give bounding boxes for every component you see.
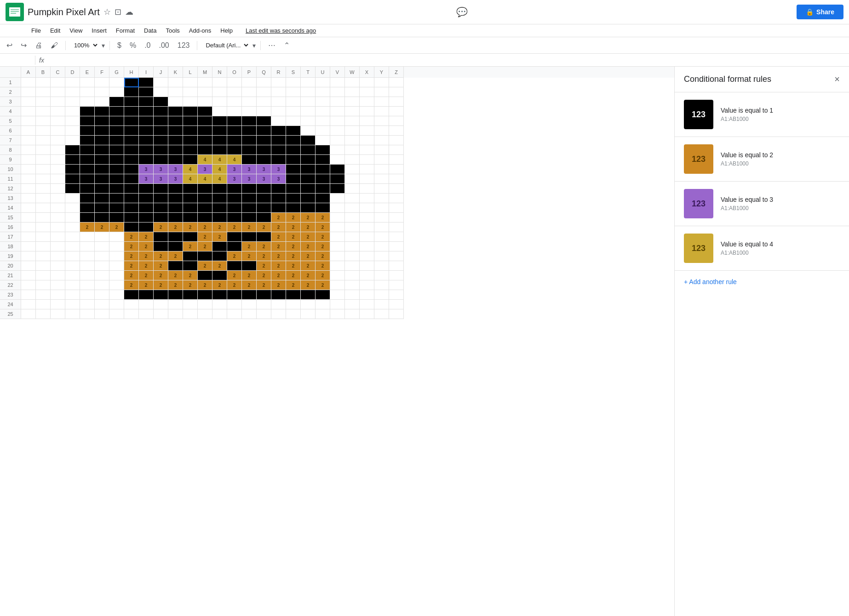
cell[interactable]	[80, 78, 95, 87]
cell[interactable]	[389, 290, 404, 300]
cell[interactable]	[51, 174, 65, 184]
cell[interactable]	[109, 232, 124, 242]
cell[interactable]	[374, 165, 389, 174]
cell[interactable]	[389, 309, 404, 319]
cell[interactable]	[360, 165, 374, 174]
cell[interactable]	[21, 203, 36, 213]
cell[interactable]	[227, 290, 242, 300]
cell[interactable]	[168, 300, 183, 309]
cell[interactable]	[257, 145, 271, 155]
cell[interactable]: 2	[227, 271, 242, 280]
cell[interactable]: 2	[271, 242, 286, 251]
cell-reference-input[interactable]	[4, 56, 31, 64]
redo-button[interactable]: ↪	[18, 39, 29, 51]
cell[interactable]	[389, 251, 404, 261]
cell[interactable]	[212, 78, 227, 87]
cell[interactable]	[389, 174, 404, 184]
cell[interactable]: 2	[124, 251, 139, 261]
cell[interactable]	[65, 184, 80, 194]
cell[interactable]: 2	[316, 213, 330, 222]
cell[interactable]	[360, 155, 374, 165]
cell[interactable]	[227, 203, 242, 213]
cell[interactable]	[36, 174, 51, 184]
col-G[interactable]: G	[109, 67, 124, 78]
cell[interactable]	[21, 271, 36, 280]
col-N[interactable]: N	[212, 67, 227, 78]
cell[interactable]	[271, 300, 286, 309]
cell[interactable]	[139, 116, 154, 126]
cell[interactable]	[65, 78, 80, 87]
cell[interactable]	[227, 213, 242, 222]
row-header-15[interactable]: 15	[0, 213, 21, 222]
cell[interactable]	[80, 232, 95, 242]
cell[interactable]	[51, 116, 65, 126]
cell[interactable]	[227, 309, 242, 319]
cell[interactable]: 3	[154, 174, 168, 184]
cell[interactable]	[109, 280, 124, 290]
cell[interactable]	[212, 300, 227, 309]
cell[interactable]	[65, 87, 80, 97]
cell[interactable]	[36, 87, 51, 97]
cell[interactable]	[212, 145, 227, 155]
cell[interactable]	[227, 194, 242, 203]
cell[interactable]	[271, 184, 286, 194]
menu-data[interactable]: Data	[140, 25, 160, 36]
cell[interactable]	[316, 126, 330, 136]
cell[interactable]	[95, 97, 109, 107]
cell[interactable]	[168, 309, 183, 319]
col-K[interactable]: K	[168, 67, 183, 78]
cell[interactable]	[330, 97, 345, 107]
cell[interactable]	[212, 203, 227, 213]
cell[interactable]	[198, 300, 212, 309]
col-F[interactable]: F	[95, 67, 109, 78]
row-header-1[interactable]: 1	[0, 78, 21, 87]
cell[interactable]	[183, 290, 198, 300]
cell[interactable]	[154, 194, 168, 203]
cell[interactable]	[227, 242, 242, 251]
paint-format-button[interactable]: 🖌	[48, 40, 61, 51]
cell[interactable]	[21, 97, 36, 107]
cell[interactable]: 2	[227, 280, 242, 290]
menu-insert[interactable]: Insert	[88, 25, 110, 36]
cell[interactable]	[286, 300, 301, 309]
cell[interactable]	[139, 194, 154, 203]
cell[interactable]: 2	[271, 251, 286, 261]
cell[interactable]: 2	[183, 280, 198, 290]
cell[interactable]: 2	[286, 232, 301, 242]
cell[interactable]	[51, 78, 65, 87]
cell[interactable]	[36, 203, 51, 213]
cell[interactable]	[36, 116, 51, 126]
cell[interactable]	[36, 155, 51, 165]
cell[interactable]	[95, 309, 109, 319]
cell[interactable]: 3	[242, 174, 257, 184]
cell[interactable]	[286, 165, 301, 174]
cell[interactable]: 3	[139, 165, 154, 174]
cell[interactable]: 2	[212, 261, 227, 271]
cell[interactable]	[198, 194, 212, 203]
comment-icon[interactable]: 💬	[456, 6, 468, 17]
cell[interactable]	[51, 271, 65, 280]
cell[interactable]	[374, 203, 389, 213]
cell[interactable]	[360, 174, 374, 184]
cell[interactable]	[345, 222, 360, 232]
cell[interactable]	[65, 116, 80, 126]
cell[interactable]	[65, 222, 80, 232]
cell[interactable]	[51, 126, 65, 136]
cell[interactable]	[316, 194, 330, 203]
cell[interactable]	[360, 145, 374, 155]
cell[interactable]	[389, 184, 404, 194]
more-toolbar-button[interactable]: ⋯	[265, 39, 278, 51]
cell[interactable]	[154, 136, 168, 145]
cell[interactable]	[154, 116, 168, 126]
percent-button[interactable]: %	[127, 40, 139, 51]
cell[interactable]	[360, 87, 374, 97]
cell[interactable]	[183, 309, 198, 319]
cell[interactable]: 2	[242, 222, 257, 232]
cell[interactable]	[227, 87, 242, 97]
col-X[interactable]: X	[360, 67, 374, 78]
cell[interactable]	[360, 309, 374, 319]
cell[interactable]: 2	[227, 222, 242, 232]
cell[interactable]	[154, 300, 168, 309]
cell[interactable]	[389, 203, 404, 213]
row-header-2[interactable]: 2	[0, 87, 21, 97]
